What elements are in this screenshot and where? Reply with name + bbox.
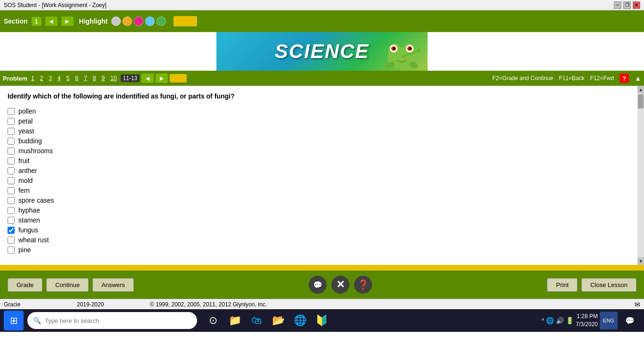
- list-item: yeast: [8, 127, 636, 135]
- problem-num-3[interactable]: 3: [47, 74, 54, 82]
- language-icon[interactable]: ENG: [600, 312, 618, 329]
- chat-icon-button[interactable]: 💬: [309, 276, 327, 294]
- taskbar-cortana-icon[interactable]: ⊙: [203, 310, 223, 331]
- highlight-color-pink[interactable]: [134, 16, 143, 26]
- minimize-button[interactable]: ─: [614, 1, 621, 9]
- section-label: Section: [4, 17, 28, 25]
- close-lesson-button[interactable]: Close Lesson: [581, 278, 636, 292]
- problem-num-7[interactable]: 7: [82, 74, 89, 82]
- list-item: hyphae: [8, 206, 636, 214]
- highlight-label: Highlight: [79, 17, 108, 25]
- svg-point-8: [409, 48, 412, 50]
- checkbox-spore-cases[interactable]: [8, 197, 15, 204]
- system-tray: ^ 🌐 🔊 🔋: [542, 317, 574, 324]
- checkbox-fungus[interactable]: [8, 227, 15, 234]
- taskbar: ⊞ 🔍 ⊙ 📁 🛍 📂 🌐 🔰 ^ 🌐 🔊 🔋 1:28 PM 7/3/2020…: [0, 309, 644, 332]
- taskbar-store-icon[interactable]: 🛍: [246, 310, 267, 331]
- problem-num-6[interactable]: 6: [73, 74, 80, 82]
- start-button[interactable]: ⊞: [4, 311, 24, 330]
- checkbox-budding[interactable]: [8, 138, 15, 145]
- window-title: SOS Student - [Work Assignment - Zoey]: [4, 2, 107, 8]
- mail-icon[interactable]: ✉: [635, 301, 640, 308]
- scroll-up-button[interactable]: ▲: [637, 86, 644, 93]
- close-icon-button[interactable]: ✕: [331, 276, 349, 294]
- continue-button[interactable]: Continue: [46, 278, 89, 292]
- problem-num-1[interactable]: 1: [29, 74, 36, 82]
- checkbox-wheat-rust[interactable]: [8, 237, 15, 244]
- help-button[interactable]: ?: [619, 74, 629, 83]
- checkbox-petal[interactable]: [8, 118, 15, 125]
- problem-toolbar: Problem 1 2 3 4 5 6 7 8 9 10 11-13 ◄ ► F…: [0, 71, 644, 86]
- taskbar-app-icon[interactable]: 🔰: [311, 310, 332, 331]
- checkbox-pine[interactable]: [8, 247, 15, 254]
- problem-num-5[interactable]: 5: [65, 74, 72, 82]
- problem-yellow-indicator: [170, 74, 187, 82]
- highlight-color-orange[interactable]: [123, 16, 132, 26]
- label-spore-cases: spore cases: [18, 197, 54, 204]
- checkbox-hyphae[interactable]: [8, 207, 15, 214]
- section-next-button[interactable]: ►: [61, 16, 74, 26]
- problem-next-button[interactable]: ►: [156, 74, 168, 83]
- up-arrow-button[interactable]: ▲: [635, 74, 641, 82]
- show-hidden-icon[interactable]: ^: [542, 317, 545, 324]
- science-banner: SCIENCE: [0, 32, 644, 71]
- restore-button[interactable]: ❐: [623, 1, 631, 9]
- label-yeast: yeast: [18, 127, 34, 135]
- list-item: stamen: [8, 216, 636, 224]
- search-input[interactable]: [45, 317, 191, 324]
- taskbar-files-icon[interactable]: 📂: [268, 310, 289, 331]
- checkbox-mushrooms[interactable]: [8, 148, 15, 155]
- label-stamen: stamen: [18, 216, 40, 224]
- checkbox-mold[interactable]: [8, 177, 15, 184]
- list-item: mushrooms: [8, 147, 636, 155]
- problem-num-4[interactable]: 4: [56, 74, 63, 82]
- system-clock[interactable]: 1:28 PM 7/3/2020: [576, 313, 598, 329]
- problem-num-8[interactable]: 8: [91, 74, 98, 82]
- checkbox-pollen[interactable]: [8, 108, 15, 115]
- checkbox-anther[interactable]: [8, 167, 15, 174]
- checkbox-fern[interactable]: [8, 187, 15, 194]
- help-icon-button[interactable]: ❓: [354, 276, 372, 294]
- content-area: Identify which of the following are inde…: [0, 86, 644, 265]
- taskbar-explorer-icon[interactable]: 📁: [224, 310, 245, 331]
- svg-point-12: [418, 49, 421, 52]
- grade-button[interactable]: Grade: [8, 278, 42, 292]
- problem-prev-button[interactable]: ◄: [141, 74, 154, 83]
- scroll-thumb[interactable]: [638, 94, 644, 108]
- section-prev-button[interactable]: ◄: [45, 16, 58, 26]
- list-item: budding: [8, 137, 636, 145]
- network-icon[interactable]: 🌐: [546, 317, 554, 324]
- bottom-icon-group: 💬 ✕ ❓: [309, 276, 372, 294]
- checkbox-fruit[interactable]: [8, 157, 15, 165]
- highlight-color-green[interactable]: [157, 16, 166, 26]
- print-button[interactable]: Print: [547, 278, 578, 292]
- f12-label: F12=Fwd: [590, 75, 614, 82]
- problem-range-active[interactable]: 11-13: [121, 74, 140, 82]
- title-bar: SOS Student - [Work Assignment - Zoey] ─…: [0, 0, 644, 10]
- scroll-down-button[interactable]: ▼: [637, 257, 644, 265]
- battery-icon[interactable]: 🔋: [566, 317, 574, 324]
- label-anther: anther: [18, 167, 37, 174]
- taskbar-edge-icon[interactable]: 🌐: [289, 310, 310, 331]
- highlight-color-gray[interactable]: [111, 16, 121, 26]
- checkbox-stamen[interactable]: [8, 217, 15, 224]
- problem-num-2[interactable]: 2: [38, 74, 45, 82]
- notifications-icon[interactable]: 💬: [619, 310, 640, 331]
- volume-icon[interactable]: 🔊: [556, 317, 564, 324]
- highlight-color-blue[interactable]: [145, 16, 155, 26]
- label-fruit: fruit: [18, 157, 29, 165]
- bottom-toolbar: Grade Continue Answers 💬 ✕ ❓ Print Close…: [0, 271, 644, 299]
- close-button[interactable]: ✕: [633, 1, 640, 9]
- checkbox-yeast[interactable]: [8, 128, 15, 135]
- taskbar-pinned-icons: ⊙ 📁 🛍 📂 🌐 🔰: [203, 310, 332, 331]
- answers-button[interactable]: Answers: [92, 278, 134, 292]
- window-controls: ─ ❐ ✕: [614, 1, 640, 9]
- problem-num-9[interactable]: 9: [100, 74, 107, 82]
- search-box[interactable]: 🔍: [27, 312, 197, 329]
- yellow-divider: [0, 265, 644, 271]
- section-toolbar: Section 1 ◄ ► Highlight: [0, 10, 644, 32]
- label-wheat-rust: wheat rust: [18, 236, 49, 244]
- problem-num-10[interactable]: 10: [108, 74, 118, 82]
- label-pine: pine: [18, 246, 31, 254]
- list-item: anther: [8, 167, 636, 174]
